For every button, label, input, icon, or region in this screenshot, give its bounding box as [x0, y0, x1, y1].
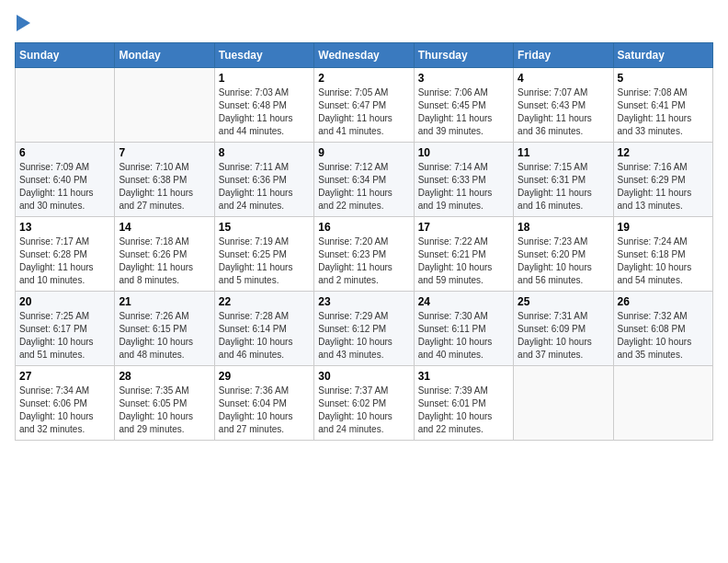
calendar-cell: 14Sunrise: 7:18 AM Sunset: 6:26 PM Dayli… [115, 217, 214, 292]
day-info: Sunrise: 7:14 AM Sunset: 6:33 PM Dayligh… [418, 161, 509, 213]
day-info: Sunrise: 7:34 AM Sunset: 6:06 PM Dayligh… [19, 385, 110, 436]
calendar-cell: 6Sunrise: 7:09 AM Sunset: 6:40 PM Daylig… [16, 143, 115, 217]
day-info: Sunrise: 7:23 AM Sunset: 6:20 PM Dayligh… [518, 236, 609, 287]
day-number: 9 [318, 146, 409, 159]
day-number: 20 [19, 295, 110, 308]
calendar-cell: 31Sunrise: 7:39 AM Sunset: 6:01 PM Dayli… [414, 366, 513, 441]
day-info: Sunrise: 7:03 AM Sunset: 6:48 PM Dayligh… [219, 86, 310, 138]
calendar-cell [16, 68, 115, 143]
day-info: Sunrise: 7:39 AM Sunset: 6:01 PM Dayligh… [418, 385, 509, 436]
day-info: Sunrise: 7:18 AM Sunset: 6:26 PM Dayligh… [119, 236, 210, 287]
day-number: 13 [19, 221, 110, 234]
calendar-cell: 18Sunrise: 7:23 AM Sunset: 6:20 PM Dayli… [514, 217, 613, 292]
calendar-cell: 17Sunrise: 7:22 AM Sunset: 6:21 PM Dayli… [414, 217, 513, 292]
day-number: 16 [318, 221, 409, 234]
calendar-header-monday: Monday [115, 43, 214, 68]
day-info: Sunrise: 7:31 AM Sunset: 6:09 PM Dayligh… [518, 310, 609, 362]
calendar-cell: 15Sunrise: 7:19 AM Sunset: 6:25 PM Dayli… [214, 217, 313, 292]
calendar-header-wednesday: Wednesday [314, 43, 414, 68]
day-info: Sunrise: 7:07 AM Sunset: 6:43 PM Dayligh… [518, 86, 609, 138]
calendar-cell: 29Sunrise: 7:36 AM Sunset: 6:04 PM Dayli… [214, 366, 313, 441]
day-info: Sunrise: 7:11 AM Sunset: 6:36 PM Dayligh… [219, 161, 310, 213]
day-number: 15 [219, 221, 310, 234]
day-info: Sunrise: 7:05 AM Sunset: 6:47 PM Dayligh… [318, 86, 409, 138]
day-info: Sunrise: 7:24 AM Sunset: 6:18 PM Dayligh… [618, 236, 709, 287]
day-info: Sunrise: 7:19 AM Sunset: 6:25 PM Dayligh… [219, 236, 310, 287]
day-info: Sunrise: 7:36 AM Sunset: 6:04 PM Dayligh… [219, 385, 310, 436]
calendar-week-row: 6Sunrise: 7:09 AM Sunset: 6:40 PM Daylig… [16, 143, 713, 217]
day-number: 18 [518, 221, 609, 234]
calendar-header-thursday: Thursday [414, 43, 513, 68]
day-info: Sunrise: 7:35 AM Sunset: 6:05 PM Dayligh… [119, 385, 210, 436]
calendar-cell: 4Sunrise: 7:07 AM Sunset: 6:43 PM Daylig… [514, 68, 613, 143]
day-number: 23 [318, 295, 409, 308]
day-number: 21 [119, 295, 210, 308]
calendar-cell: 24Sunrise: 7:30 AM Sunset: 6:11 PM Dayli… [414, 292, 513, 366]
calendar-header-friday: Friday [514, 43, 613, 68]
day-number: 29 [219, 370, 310, 383]
day-info: Sunrise: 7:25 AM Sunset: 6:17 PM Dayligh… [19, 310, 110, 362]
day-info: Sunrise: 7:17 AM Sunset: 6:28 PM Dayligh… [19, 236, 110, 287]
calendar-cell: 11Sunrise: 7:15 AM Sunset: 6:31 PM Dayli… [514, 143, 613, 217]
day-info: Sunrise: 7:28 AM Sunset: 6:14 PM Dayligh… [219, 310, 310, 362]
calendar-cell: 13Sunrise: 7:17 AM Sunset: 6:28 PM Dayli… [16, 217, 115, 292]
calendar-cell: 21Sunrise: 7:26 AM Sunset: 6:15 PM Dayli… [115, 292, 214, 366]
calendar-cell: 27Sunrise: 7:34 AM Sunset: 6:06 PM Dayli… [16, 366, 115, 441]
calendar-cell [514, 366, 613, 441]
calendar-week-row: 1Sunrise: 7:03 AM Sunset: 6:48 PM Daylig… [16, 68, 713, 143]
day-info: Sunrise: 7:22 AM Sunset: 6:21 PM Dayligh… [418, 236, 509, 287]
day-number: 27 [19, 370, 110, 383]
day-number: 2 [318, 72, 409, 85]
calendar-week-row: 27Sunrise: 7:34 AM Sunset: 6:06 PM Dayli… [16, 366, 713, 441]
calendar-cell: 20Sunrise: 7:25 AM Sunset: 6:17 PM Dayli… [16, 292, 115, 366]
day-number: 19 [618, 221, 709, 234]
calendar-cell: 23Sunrise: 7:29 AM Sunset: 6:12 PM Dayli… [314, 292, 414, 366]
day-info: Sunrise: 7:30 AM Sunset: 6:11 PM Dayligh… [418, 310, 509, 362]
day-number: 17 [418, 221, 509, 234]
day-number: 12 [618, 146, 709, 159]
logo-arrow-icon [17, 15, 30, 31]
day-number: 10 [418, 146, 509, 159]
day-number: 25 [518, 295, 609, 308]
day-number: 5 [618, 72, 709, 85]
calendar-cell: 2Sunrise: 7:05 AM Sunset: 6:47 PM Daylig… [314, 68, 414, 143]
logo [15, 15, 30, 31]
day-info: Sunrise: 7:37 AM Sunset: 6:02 PM Dayligh… [318, 385, 409, 436]
calendar-cell: 25Sunrise: 7:31 AM Sunset: 6:09 PM Dayli… [514, 292, 613, 366]
day-info: Sunrise: 7:08 AM Sunset: 6:41 PM Dayligh… [618, 86, 709, 138]
calendar-cell: 28Sunrise: 7:35 AM Sunset: 6:05 PM Dayli… [115, 366, 214, 441]
calendar-cell: 3Sunrise: 7:06 AM Sunset: 6:45 PM Daylig… [414, 68, 513, 143]
calendar-cell: 8Sunrise: 7:11 AM Sunset: 6:36 PM Daylig… [214, 143, 313, 217]
calendar-week-row: 13Sunrise: 7:17 AM Sunset: 6:28 PM Dayli… [16, 217, 713, 292]
day-number: 14 [119, 221, 210, 234]
calendar-cell: 5Sunrise: 7:08 AM Sunset: 6:41 PM Daylig… [613, 68, 712, 143]
calendar-header-row: SundayMondayTuesdayWednesdayThursdayFrid… [16, 43, 713, 68]
day-number: 28 [119, 370, 210, 383]
day-number: 4 [518, 72, 609, 85]
day-number: 22 [219, 295, 310, 308]
day-number: 7 [119, 146, 210, 159]
calendar-cell: 9Sunrise: 7:12 AM Sunset: 6:34 PM Daylig… [314, 143, 414, 217]
calendar-cell: 7Sunrise: 7:10 AM Sunset: 6:38 PM Daylig… [115, 143, 214, 217]
calendar-cell: 1Sunrise: 7:03 AM Sunset: 6:48 PM Daylig… [214, 68, 313, 143]
day-info: Sunrise: 7:20 AM Sunset: 6:23 PM Dayligh… [318, 236, 409, 287]
calendar-table: SundayMondayTuesdayWednesdayThursdayFrid… [15, 42, 713, 441]
day-number: 6 [19, 146, 110, 159]
day-info: Sunrise: 7:29 AM Sunset: 6:12 PM Dayligh… [318, 310, 409, 362]
calendar-cell: 10Sunrise: 7:14 AM Sunset: 6:33 PM Dayli… [414, 143, 513, 217]
calendar-cell [613, 366, 712, 441]
calendar-cell: 16Sunrise: 7:20 AM Sunset: 6:23 PM Dayli… [314, 217, 414, 292]
day-number: 26 [618, 295, 709, 308]
day-number: 24 [418, 295, 509, 308]
calendar-header-saturday: Saturday [613, 43, 712, 68]
day-info: Sunrise: 7:09 AM Sunset: 6:40 PM Dayligh… [19, 161, 110, 213]
calendar-cell: 12Sunrise: 7:16 AM Sunset: 6:29 PM Dayli… [613, 143, 712, 217]
calendar-cell: 26Sunrise: 7:32 AM Sunset: 6:08 PM Dayli… [613, 292, 712, 366]
day-number: 8 [219, 146, 310, 159]
day-number: 31 [418, 370, 509, 383]
day-info: Sunrise: 7:15 AM Sunset: 6:31 PM Dayligh… [518, 161, 609, 213]
calendar-cell [115, 68, 214, 143]
day-number: 30 [318, 370, 409, 383]
day-number: 11 [518, 146, 609, 159]
calendar-header-tuesday: Tuesday [214, 43, 313, 68]
